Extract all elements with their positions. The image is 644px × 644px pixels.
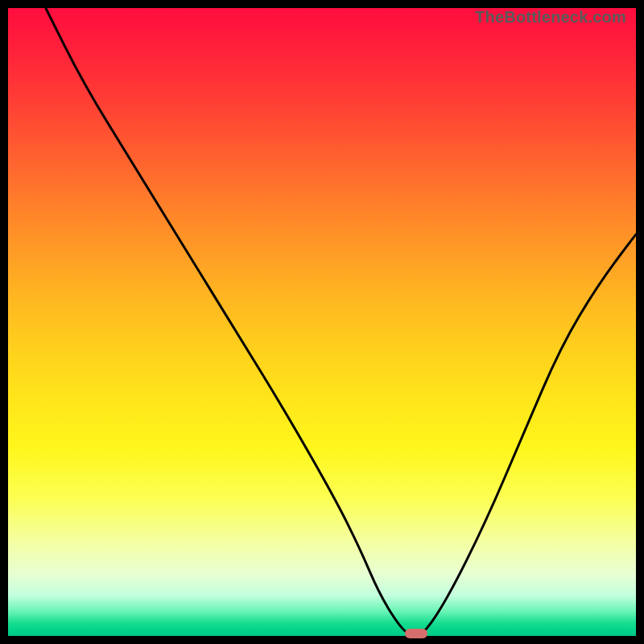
watermark-text: TheBottleneck.com [475,8,626,27]
optimal-marker [405,629,427,638]
chart-frame: TheBottleneck.com [0,0,644,644]
plot-area: TheBottleneck.com [8,8,636,636]
curve-path [46,8,636,636]
bottleneck-curve [8,8,636,636]
